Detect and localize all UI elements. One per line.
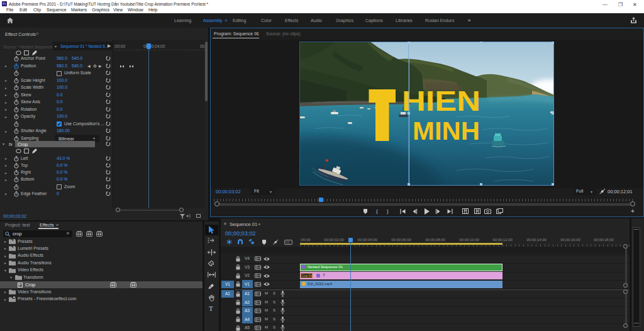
svg-text:HIEN: HIEN xyxy=(402,86,480,116)
svg-text:MINH: MINH xyxy=(413,116,480,145)
